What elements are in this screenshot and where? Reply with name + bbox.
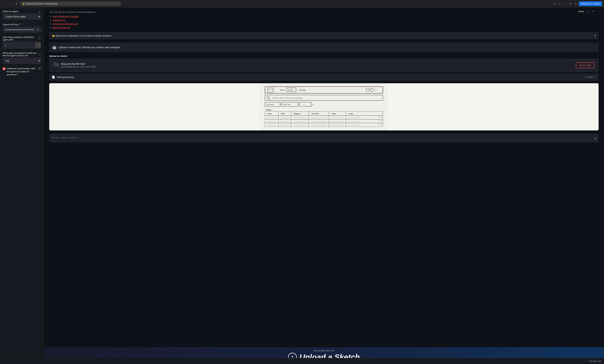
description-input[interactable] xyxy=(49,134,599,142)
kit-list: Low-fi Wireframe Template Sketching Kit … xyxy=(49,15,599,29)
svg-text:Notes -: Notes - xyxy=(266,109,273,111)
inspiration-section[interactable]: 🌟 Need some inspirations? Try out these … xyxy=(49,32,599,39)
chevron-down-icon: ▾ xyxy=(595,34,596,37)
focus-select[interactable]: any layout colors functionality xyxy=(3,58,41,64)
share-tab-button[interactable]: ⇧ xyxy=(557,1,562,6)
api-key-field-wrapper: 👁 xyxy=(3,27,41,33)
sketch-preview: Home Notes Settings ≡ Search by Name, DO… xyxy=(49,83,599,130)
tutorial-step-label: Uploaded Sketch xyxy=(314,350,334,352)
svg-rect-2 xyxy=(260,83,388,130)
sidebar: × Select an agent: Custom Demo Agent Ope… xyxy=(0,7,44,364)
customization-info-icon[interactable]: ⓘ xyxy=(38,67,41,70)
svg-text:▾: ▾ xyxy=(313,103,314,105)
svg-text:▾: ▾ xyxy=(298,103,299,105)
page-header: Share ☆ ✏ ⋮ xyxy=(575,7,604,15)
questions-section: How many questions should the agent ask?… xyxy=(3,36,41,48)
svg-text:Name: Name xyxy=(267,113,272,115)
kit-link-1[interactable]: Sketching Kit xyxy=(52,19,65,21)
reload-button[interactable]: ↻ xyxy=(14,1,19,6)
questions-info-icon[interactable]: ⓘ xyxy=(38,37,41,40)
customization-label: Additional customization after the agent… xyxy=(7,67,37,76)
browse-files-button[interactable]: Browse files xyxy=(576,62,594,68)
dropzone-left: Drag and drop file here Limit 200MB per … xyxy=(53,62,96,68)
file-size: 173.0KB xyxy=(585,76,593,78)
description-area: ➤ xyxy=(49,134,599,143)
bookmark-button[interactable]: ☆ xyxy=(563,1,567,6)
share-button[interactable]: Share xyxy=(578,10,584,13)
api-key-section: OpenAI API Key ⓘ 👁 xyxy=(3,23,41,33)
url-text: sketch2code-demo.streamlit.app xyxy=(26,2,57,5)
questions-stepper: − + xyxy=(3,42,41,48)
questions-label: How many questions should the agent ask?… xyxy=(3,36,41,41)
svg-text:Status: Status xyxy=(331,113,336,115)
browser-right-icons: ⧈ ⇧ ☆ R ⬇ Relaunch to update xyxy=(552,1,602,6)
kit-link-2[interactable]: Homemade Wireframe Kit xyxy=(52,23,78,25)
customization-checkbox-wrapper: Additional customization after the agent… xyxy=(3,67,41,76)
svg-text:DOB: DOB xyxy=(281,113,285,115)
app-container: × Select an agent: Custom Demo Agent Ope… xyxy=(0,7,604,364)
svg-text:≡: ≡ xyxy=(375,89,377,91)
more-options-button[interactable]: ⋮ xyxy=(597,9,601,14)
questions-input[interactable] xyxy=(3,43,35,48)
lock-icon: 🔒 xyxy=(22,2,25,5)
focus-section: What types of questions would you like t… xyxy=(3,52,41,64)
bottom-bar: ‹ Manage app xyxy=(0,358,604,364)
svg-text:Settings: Settings xyxy=(299,89,306,91)
focus-label: What types of questions would you like t… xyxy=(3,52,41,57)
main-content: Share ☆ ✏ ⋮ You may also try out these o… xyxy=(44,7,604,364)
dropzone-subtitle: Limit 200MB per file • PNG, JPG, JPEG xyxy=(61,66,96,68)
kit-link-3[interactable]: Balsamiq free trial xyxy=(52,26,70,29)
list-item: Homemade Wireframe Kit xyxy=(52,22,599,25)
sketch-svg: Home Notes Settings ≡ Search by Name, DO… xyxy=(49,83,599,130)
back-button[interactable]: ← xyxy=(2,1,7,6)
eye-icon[interactable]: 👁 xyxy=(37,28,39,31)
agent-select[interactable]: Custom Demo Agent xyxy=(3,14,41,20)
manage-app-button[interactable]: Manage app xyxy=(589,360,601,362)
customization-section: Additional customization after the agent… xyxy=(3,67,41,76)
api-key-input[interactable] xyxy=(3,27,41,33)
inspiration-left: 🌟 Need some inspirations? Try out these … xyxy=(52,35,112,37)
svg-text:Diagnosis: Diagnosis xyxy=(294,113,301,115)
agent-select-wrapper: Custom Demo Agent xyxy=(3,14,41,20)
inspiration-text: 🌟 Need some inspirations? Try out these … xyxy=(52,35,112,37)
list-item: Low-fi Wireframe Template xyxy=(52,15,599,18)
url-bar[interactable]: 🔒 sketch2code-demo.streamlit.app xyxy=(20,1,121,6)
list-item: Sketching Kit xyxy=(52,19,599,21)
sketching-kits-section: You may also try out these online sketch… xyxy=(49,11,599,29)
file-name: Mask groupa.png xyxy=(57,76,582,78)
svg-text:Notes: Notes xyxy=(288,89,293,91)
edit-button[interactable]: ✏ xyxy=(592,9,595,14)
kit-link-0[interactable]: Low-fi Wireframe Template xyxy=(52,15,78,18)
extensions-button[interactable]: ⧈ xyxy=(552,1,557,6)
svg-text:Action: Action xyxy=(348,113,353,115)
questions-increment-button[interactable]: + xyxy=(38,42,41,48)
send-button[interactable]: ➤ xyxy=(594,137,597,140)
svg-text:▾: ▾ xyxy=(280,103,281,105)
svg-text:Search by Name, DOB, chief com: Search by Name, DOB, chief complaints... xyxy=(272,97,304,99)
relaunch-button[interactable]: Relaunch to update xyxy=(579,1,602,6)
collapse-sidebar-button[interactable]: ‹ xyxy=(586,360,587,362)
browser-chrome: ← → ↻ 🔒 sketch2code-demo.streamlit.app ⧈… xyxy=(0,0,604,7)
dropzone[interactable]: Drag and drop file here Limit 200MB per … xyxy=(49,59,599,72)
svg-text:Create Time: Create Time xyxy=(282,103,291,105)
svg-text:Visit Time: Visit Time xyxy=(311,113,319,115)
focus-select-wrapper: any layout colors functionality xyxy=(3,58,41,64)
customization-checkbox[interactable] xyxy=(3,67,5,70)
star-button[interactable]: ☆ xyxy=(586,9,590,14)
focus-info-icon[interactable]: ⓘ xyxy=(38,53,41,56)
dropzone-title: Drag and drop file here xyxy=(61,63,96,65)
file-row: 📄 Mask groupa.png 173.0KB × xyxy=(49,74,599,81)
forward-button[interactable]: → xyxy=(8,1,13,6)
questions-decrement-button[interactable]: − xyxy=(35,42,38,48)
robot-icon: 🤖 xyxy=(52,45,57,50)
svg-text:Home: Home xyxy=(280,89,286,91)
api-key-info-icon[interactable]: ⓘ xyxy=(20,23,22,26)
sketching-intro-text: You may also try out these online sketch… xyxy=(49,11,599,13)
list-item: Balsamiq free trial xyxy=(52,26,599,29)
profile-button[interactable]: R xyxy=(568,1,573,6)
sidebar-close-button[interactable]: × xyxy=(37,9,42,14)
file-remove-button[interactable]: × xyxy=(595,76,596,79)
upload-section: Upload an sketch Drag and drop file here… xyxy=(49,55,599,143)
file-icon: 📄 xyxy=(52,75,55,79)
download-button[interactable]: ⬇ xyxy=(574,1,578,6)
